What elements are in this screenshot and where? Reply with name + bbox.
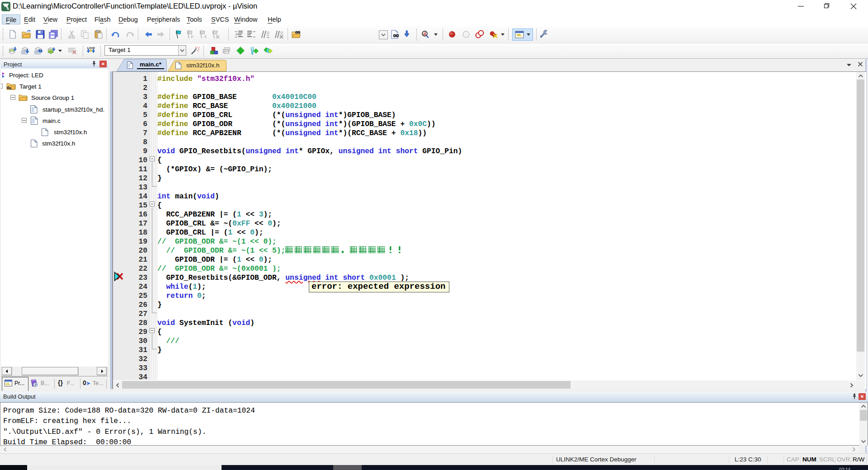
svg-text:?: ? (34, 383, 37, 387)
svg-text:d: d (424, 31, 426, 36)
svg-text:s: s (7, 6, 9, 11)
svg-text:LOAD: LOAD (87, 46, 95, 49)
